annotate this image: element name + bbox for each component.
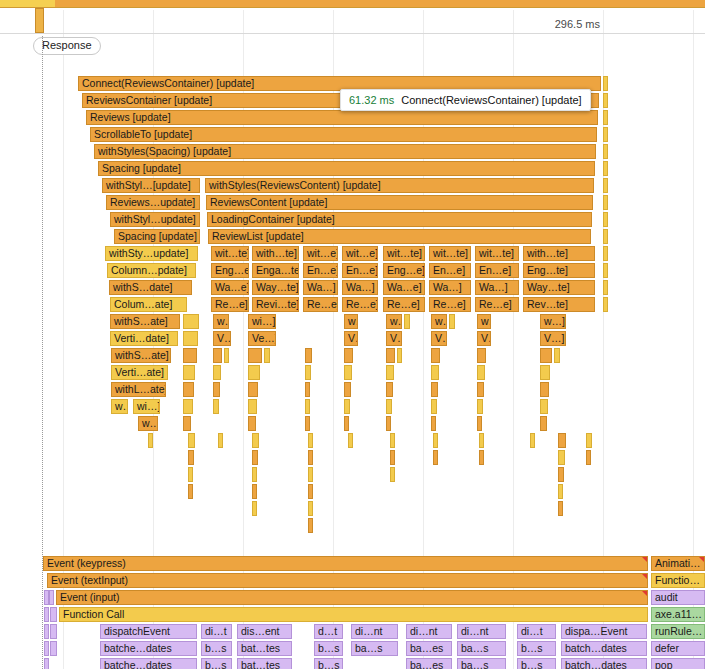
flame-bar[interactable] (308, 484, 313, 499)
flame-bar[interactable]: ReviewsContent [update] (206, 195, 593, 210)
flame-bar[interactable] (50, 607, 57, 622)
flame-bar[interactable] (479, 433, 484, 448)
flame-bar[interactable]: wi…] (133, 399, 160, 414)
flame-bar[interactable]: Wa…e] (211, 280, 249, 295)
flame-bar[interactable] (183, 331, 198, 346)
flame-bar[interactable]: wit…e] (303, 246, 338, 261)
flame-bar[interactable]: Re…e] (429, 297, 471, 312)
flame-bar[interactable] (603, 297, 608, 312)
flame-bar[interactable] (50, 624, 57, 639)
flame-bar[interactable]: Event (textInput) (47, 573, 648, 588)
flame-bar[interactable]: Spacing [update] (98, 161, 595, 176)
flame-bar[interactable]: withStyles(ReviewsContent) [update] (205, 178, 594, 193)
flame-bar[interactable] (386, 365, 394, 380)
flame-bar[interactable]: ba…s (457, 658, 506, 669)
flame-bar[interactable]: b…s (517, 641, 556, 656)
flame-bar[interactable]: Event (input) (56, 590, 648, 605)
flame-bar[interactable]: Re…e] (475, 297, 519, 312)
flame-bar[interactable]: V… (386, 331, 402, 346)
flame-bar[interactable] (344, 382, 351, 397)
flame-bar[interactable]: bat…tes (237, 658, 292, 669)
flame-bar[interactable]: V…] (213, 331, 231, 346)
flame-bar[interactable] (44, 607, 49, 622)
flame-bar[interactable] (183, 365, 195, 380)
flame-bar[interactable]: Wa…] (475, 280, 519, 295)
flame-bar[interactable] (530, 433, 535, 448)
flame-bar[interactable] (603, 144, 608, 159)
flame-bar[interactable] (540, 348, 552, 363)
flame-bar[interactable] (479, 450, 484, 465)
flame-bar[interactable]: Reviews [update] (86, 110, 598, 125)
flame-bar[interactable] (603, 110, 608, 125)
flame-bar[interactable] (305, 382, 310, 397)
flame-bar[interactable] (540, 382, 549, 397)
flame-bar[interactable] (431, 399, 437, 414)
flame-bar[interactable]: Way…te] (523, 280, 595, 295)
flame-bar[interactable]: Re…e] (342, 297, 378, 312)
flame-bar[interactable]: w… (344, 314, 358, 329)
flame-bar[interactable]: dis…ent (237, 624, 292, 639)
flame-bar[interactable]: w… (431, 314, 447, 329)
flame-bar[interactable]: di…t (517, 624, 556, 639)
flame-bar[interactable] (477, 348, 486, 363)
flame-bar[interactable] (44, 624, 49, 639)
flame-bar[interactable] (603, 195, 608, 210)
flame-bar[interactable] (252, 467, 257, 482)
flame-bar[interactable]: Eng…e] (383, 263, 425, 278)
flame-bar[interactable]: dispatchEvent (100, 624, 197, 639)
flame-bar[interactable]: w…] (540, 314, 566, 329)
flame-bar[interactable]: Eng…te] (523, 263, 595, 278)
flame-bar[interactable]: Functio… (651, 573, 705, 588)
flame-bar[interactable]: wit…te] (383, 246, 425, 261)
flame-bar[interactable] (188, 467, 193, 482)
flame-bar[interactable] (213, 348, 222, 363)
flame-bar[interactable]: V… (431, 331, 447, 346)
flame-bar[interactable] (213, 365, 221, 380)
flame-bar[interactable] (558, 450, 565, 465)
flame-bar[interactable]: Enga…te] (252, 263, 299, 278)
flame-bar[interactable]: withS…date] (109, 280, 192, 295)
flame-bar[interactable] (213, 382, 220, 397)
flame-bar[interactable]: w… (386, 314, 402, 329)
flame-bar[interactable]: Wa…e] (383, 280, 425, 295)
flame-bar[interactable]: wit…te] (211, 246, 249, 261)
flame-bar[interactable] (603, 246, 608, 261)
flame-bar[interactable] (248, 382, 258, 397)
flame-bar[interactable] (603, 263, 608, 278)
flame-bar[interactable] (308, 467, 313, 482)
flame-bar[interactable] (558, 484, 563, 499)
flame-bar[interactable] (558, 467, 564, 482)
flame-bar[interactable] (431, 365, 439, 380)
flame-bar[interactable] (431, 382, 438, 397)
flame-bar[interactable] (586, 450, 591, 465)
flame-bar[interactable] (558, 501, 563, 516)
flame-bar[interactable]: V… (477, 331, 491, 346)
flame-bar[interactable] (308, 433, 313, 448)
flame-bar[interactable] (308, 450, 313, 465)
flame-bar[interactable] (218, 433, 223, 448)
flame-bar[interactable]: LoadingContainer [update] (207, 212, 592, 227)
flame-bar[interactable]: V… (344, 331, 358, 346)
flame-bar[interactable] (540, 399, 548, 414)
flame-bar[interactable]: d…t (314, 624, 343, 639)
flame-bar[interactable]: Function Call (59, 607, 648, 622)
flame-bar[interactable] (264, 348, 270, 363)
flame-bar[interactable] (390, 467, 395, 482)
flame-bar[interactable]: Re…e] (211, 297, 249, 312)
flame-bar[interactable] (386, 399, 392, 414)
flame-bar[interactable]: ScrollableTo [update] (90, 127, 597, 142)
flame-bar[interactable]: w… (477, 314, 491, 329)
flame-bar[interactable]: Ve…] (248, 331, 276, 346)
flame-bar[interactable]: di…t (201, 624, 232, 639)
flame-bar[interactable] (248, 416, 256, 431)
flame-bar[interactable] (348, 433, 353, 448)
flame-bar[interactable] (386, 348, 395, 363)
flame-bar[interactable] (390, 450, 395, 465)
flame-bar[interactable]: ReviewList [update] (208, 229, 591, 244)
flame-bar[interactable] (540, 365, 550, 380)
flame-bar[interactable] (344, 399, 350, 414)
flame-bar[interactable]: Wa…] (429, 280, 471, 295)
flame-bar[interactable]: batch…dates (561, 658, 647, 669)
flame-bar[interactable]: withStyles(Spacing) [update] (94, 144, 596, 159)
flame-bar[interactable] (603, 93, 608, 108)
